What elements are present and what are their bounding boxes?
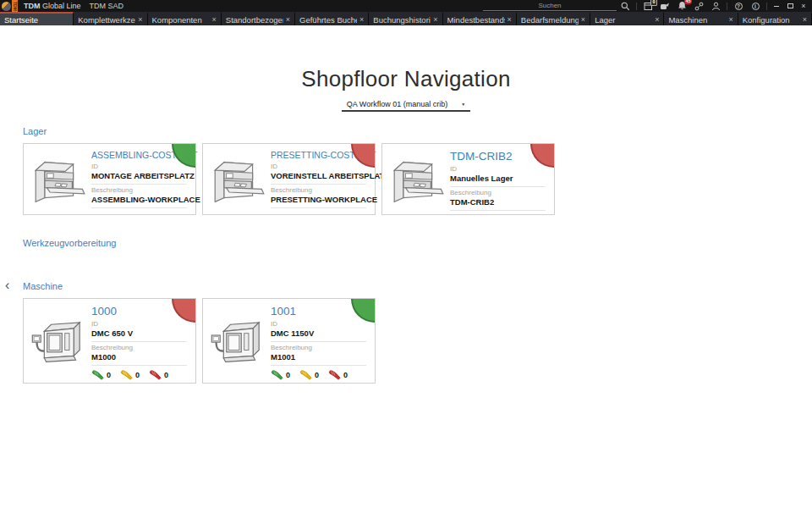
tab-mindestbestand[interactable]: Mindestbestandsa...× — [443, 12, 517, 25]
tool-red-icon — [149, 369, 162, 380]
workflow-selector[interactable]: QA Workflow 01 (manual crib) ▼ — [342, 100, 470, 112]
id-value: Manuelles Lager — [450, 174, 546, 183]
help-icon[interactable]: ? — [732, 1, 745, 11]
section-werkzeugvorbereitung[interactable]: Werkzeugvorbereitung — [23, 238, 812, 248]
id-value: VOREINSTELL ARBEITSPLATZ — [271, 171, 366, 180]
beschreibung-label: Beschreibung — [271, 344, 366, 351]
divider — [271, 341, 366, 342]
section-maschine[interactable]: Maschine — [23, 281, 812, 291]
lager-card-presetting[interactable]: PRESETTING-COSTUNIT ID VOREINSTELL ARBEI… — [202, 143, 376, 215]
lager-card-tdm-crib2[interactable]: TDM-CRIB2 ID Manuelles Lager Beschreibun… — [381, 143, 555, 215]
tool-green-icon — [91, 369, 104, 380]
link-icon[interactable] — [693, 1, 705, 11]
user-icon[interactable] — [710, 1, 722, 11]
beschreibung-value: ASSEMBLING-WORKPLACE — [91, 195, 187, 204]
tab-close-icon[interactable]: × — [655, 15, 659, 24]
lager-card-assembling[interactable]: ASSEMBLING-COSTUNIT ID MONTAGE ARBEITSPL… — [23, 143, 196, 215]
tab-close-icon[interactable]: × — [508, 15, 512, 24]
id-label: ID — [91, 320, 187, 328]
workflow-selected-value: QA Workflow 01 (manual crib) — [347, 100, 447, 108]
share-icon[interactable] — [659, 1, 672, 11]
divider — [91, 341, 187, 342]
tool-count-red: 0 — [328, 369, 348, 380]
tool-red-icon — [328, 369, 341, 380]
close-button[interactable]: × — [797, 1, 810, 11]
tab-close-icon[interactable]: × — [212, 15, 217, 24]
info-icon[interactable]: i — [749, 1, 762, 11]
app-title: TDM Global Line — [24, 2, 81, 10]
tab-startseite[interactable]: Startseite — [0, 12, 74, 25]
tool-count-yellow: 0 — [299, 369, 319, 380]
divider — [91, 365, 187, 366]
workstation-icon — [382, 144, 450, 214]
tab-maschinen[interactable]: Maschinen× — [664, 12, 738, 25]
lager-card-row: ASSEMBLING-COSTUNIT ID MONTAGE ARBEITSPL… — [23, 143, 812, 215]
id-label: ID — [450, 165, 546, 173]
titlebar: TDM TDM Global Line TDM SAD 0 45 ? i × — [0, 0, 812, 12]
workspace-name: TDM SAD — [90, 2, 124, 10]
beschreibung-label: Beschreibung — [91, 186, 187, 194]
clipboard-icon[interactable]: 0 — [642, 1, 655, 11]
tool-count-green: 0 — [91, 369, 111, 380]
chevron-left-icon[interactable]: ‹ — [5, 279, 9, 292]
tab-close-icon[interactable]: × — [433, 15, 437, 24]
minimize-button[interactable] — [770, 1, 783, 11]
cnc-machine-icon — [203, 299, 271, 383]
beschreibung-value: TDM-CRIB2 — [450, 197, 546, 207]
tab-bar: Startseite Komplettwerkzeuge× Komponente… — [0, 12, 812, 25]
tab-bedarfsmeldungen[interactable]: Bedarfsmeldungen× — [517, 12, 590, 25]
tab-close-icon[interactable]: × — [286, 15, 290, 24]
divider — [91, 207, 187, 208]
maschine-card-1000[interactable]: 1000 ID DMC 650 V Beschreibung M1000 0 — [23, 298, 196, 384]
tab-konfiguration[interactable]: Konfiguration× — [738, 12, 812, 25]
tab-close-icon[interactable]: × — [138, 15, 142, 24]
id-value: MONTAGE ARBEITSPLATZ — [91, 171, 187, 180]
beschreibung-value: M1001 — [271, 352, 366, 362]
tool-yellow-icon — [120, 369, 133, 380]
id-value: DMC 1150V — [271, 329, 366, 338]
divider — [91, 184, 187, 185]
beschreibung-value: PRESETTING-WORKPLACE — [271, 195, 366, 204]
divider — [271, 365, 366, 366]
tab-komplettwerkzeuge[interactable]: Komplettwerkzeuge× — [74, 12, 147, 25]
tab-buchungshistorie[interactable]: Buchungshistorie× — [369, 12, 442, 25]
app-logo-icon — [2, 2, 11, 11]
id-label: ID — [271, 320, 366, 328]
divider — [271, 207, 366, 208]
tab-gefuehrtes-buchen[interactable]: Geführtes Buchen× — [295, 12, 369, 25]
tool-count-yellow: 0 — [120, 369, 140, 380]
id-label: ID — [271, 163, 366, 170]
search-input[interactable] — [483, 2, 617, 11]
main-content: Shopfloor Navigation QA Workflow 01 (man… — [0, 25, 812, 508]
beschreibung-value: M1000 — [91, 352, 187, 362]
tool-green-icon — [271, 369, 283, 380]
id-label: ID — [91, 163, 187, 170]
tab-close-icon[interactable]: × — [728, 15, 732, 24]
tool-count-green: 0 — [271, 369, 290, 380]
tab-close-icon[interactable]: × — [581, 15, 585, 24]
app-title-rest: Global Line — [42, 2, 81, 10]
beschreibung-label: Beschreibung — [91, 344, 187, 351]
workstation-icon — [203, 144, 271, 214]
tab-close-icon[interactable]: × — [359, 15, 364, 24]
page-title: Shopfloor Navigation — [0, 25, 812, 92]
maschine-card-row: 1000 ID DMC 650 V Beschreibung M1000 0 — [23, 298, 812, 384]
divider — [450, 186, 546, 187]
maschine-card-1001[interactable]: 1001 ID DMC 1150V Beschreibung M1001 0 — [202, 298, 376, 384]
dropdown-arrow-icon: ▼ — [461, 102, 465, 107]
tool-yellow-icon — [299, 369, 312, 380]
section-lager[interactable]: Lager — [23, 126, 812, 136]
beschreibung-label: Beschreibung — [450, 189, 546, 196]
divider — [450, 210, 546, 211]
maximize-button[interactable] — [783, 1, 797, 11]
id-value: DMC 650 V — [91, 329, 187, 338]
tab-standortbezogene[interactable]: Standortbezogene...× — [222, 12, 295, 25]
bell-icon[interactable]: 45 — [676, 1, 689, 11]
tab-close-icon[interactable]: × — [803, 15, 807, 24]
search-icon[interactable] — [619, 1, 632, 11]
divider — [727, 3, 727, 10]
divider — [636, 3, 637, 10]
tab-komponenten[interactable]: Komponenten× — [148, 12, 222, 25]
tool-count-red: 0 — [149, 369, 168, 380]
tab-lager[interactable]: Lager× — [590, 12, 664, 25]
